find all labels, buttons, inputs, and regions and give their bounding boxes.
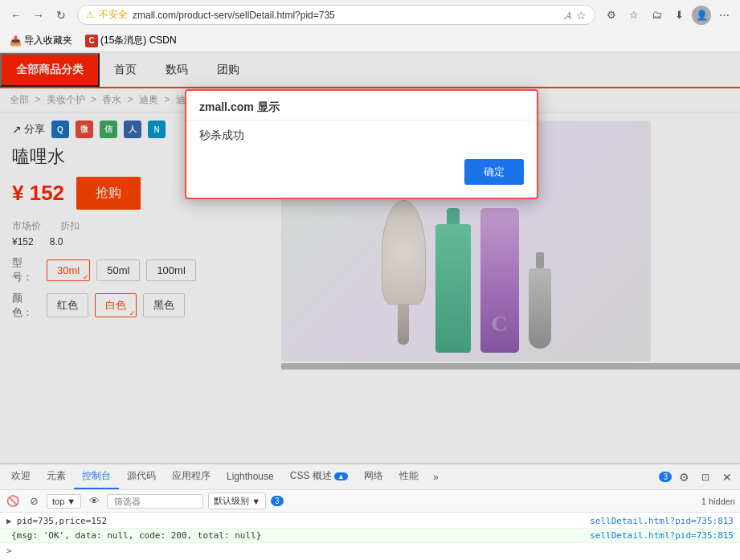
back-button[interactable]: ← bbox=[6, 6, 26, 25]
console-link-1[interactable]: sellDetail.html?pid=735:813 bbox=[590, 516, 734, 526]
reader-icon[interactable]: 𝓐 bbox=[564, 10, 571, 21]
console-top-selector[interactable]: top ▼ bbox=[47, 494, 81, 509]
nav-buttons: ← → ↻ bbox=[6, 6, 71, 25]
level-dropdown-arrow: ▼ bbox=[251, 497, 260, 506]
devtools-tab-css[interactable]: CSS 概述 ▲ bbox=[282, 464, 356, 489]
level-label: 默认级别 bbox=[214, 495, 249, 507]
console-arrow-1: ▶ bbox=[6, 516, 12, 526]
devtools-console: ▶ pid=735,price=152 sellDetail.html?pid=… bbox=[0, 513, 740, 560]
console-text-1: pid=735,price=152 bbox=[17, 516, 108, 526]
downloads-button[interactable]: ⬇ bbox=[669, 6, 689, 25]
forward-button[interactable]: → bbox=[29, 6, 48, 25]
toolbar-icons: ⚙ ☆ 🗂 ⬇ 👤 ⋯ bbox=[602, 6, 734, 25]
profile-button[interactable]: 👤 bbox=[692, 6, 711, 25]
devtools-tab-welcome[interactable]: 欢迎 bbox=[3, 464, 39, 489]
dialog-title-bar: zmall.com 显示 bbox=[186, 91, 537, 121]
devtools-dock-button[interactable]: ⊡ bbox=[696, 468, 715, 487]
devtools-tab-lighthouse[interactable]: Lighthouse bbox=[219, 466, 282, 488]
address-bar[interactable]: ⚠ 不安全 zmall.com/product-serv/sellDetail.… bbox=[77, 5, 595, 25]
dialog-overlay: zmall.com 显示 秒杀成功 确定 bbox=[0, 53, 740, 463]
console-text-2: {msg: 'OK', data: null, code: 200, total… bbox=[11, 530, 261, 541]
devtools-tab-performance[interactable]: 性能 bbox=[391, 464, 427, 489]
extensions-button[interactable]: ⚙ bbox=[602, 6, 621, 25]
top-dropdown-arrow: ▼ bbox=[67, 497, 76, 506]
dialog-message: 秒杀成功 bbox=[199, 129, 524, 143]
security-icon: ⚠ bbox=[86, 10, 94, 20]
devtools-tabs: 欢迎 元素 控制台 源代码 应用程序 Lighthouse CSS 概述 ▲ 网… bbox=[0, 464, 740, 490]
top-label: top bbox=[52, 497, 64, 506]
console-hidden-count: 1 hidden bbox=[701, 497, 735, 506]
import-icon: 📥 bbox=[10, 35, 22, 47]
bookmark-csdn-label: (15条消息) CSDN bbox=[100, 34, 177, 47]
console-level-badge: 3 bbox=[271, 496, 284, 506]
devtools-tab-elements[interactable]: 元素 bbox=[39, 464, 74, 489]
devtools-right-controls: 3 ⚙ ⊡ ✕ bbox=[656, 468, 737, 487]
page-content: zmall.com 显示 秒杀成功 确定 全部商品分类 首页 数码 团购 全部 … bbox=[0, 53, 740, 463]
browser-chrome: ← → ↻ ⚠ 不安全 zmall.com/product-serv/sellD… bbox=[0, 0, 740, 53]
console-link-2[interactable]: sellDetail.html?pid=735:815 bbox=[590, 530, 734, 541]
bookmark-import-label: 导入收藏夹 bbox=[24, 34, 72, 47]
console-row-2: {msg: 'OK', data: null, code: 200, total… bbox=[0, 529, 740, 543]
menu-button[interactable]: ⋯ bbox=[714, 6, 734, 25]
devtools-toolbar: 🚫 ⊘ top ▼ 👁 默认级别 ▼ 3 1 hidden bbox=[0, 490, 740, 513]
dialog-box: zmall.com 显示 秒杀成功 确定 bbox=[185, 89, 538, 199]
dialog-ok-button[interactable]: 确定 bbox=[464, 159, 524, 185]
dialog-buttons: 确定 bbox=[199, 159, 524, 185]
csdn-icon: C bbox=[85, 35, 98, 47]
favorites-button[interactable]: ☆ bbox=[624, 6, 644, 25]
console-row-1: ▶ pid=735,price=152 sellDetail.html?pid=… bbox=[0, 514, 740, 529]
collections-button[interactable]: 🗂 bbox=[647, 6, 666, 25]
security-text: 不安全 bbox=[99, 8, 128, 22]
console-filter-toggle[interactable]: ⊘ bbox=[26, 493, 42, 509]
devtools-tab-sources[interactable]: 源代码 bbox=[119, 464, 164, 489]
console-prompt: > bbox=[6, 546, 12, 556]
devtools-tab-application[interactable]: 应用程序 bbox=[164, 464, 219, 489]
console-input-row[interactable]: > bbox=[0, 543, 740, 558]
console-error-badge: 3 bbox=[659, 472, 672, 482]
console-clear-button[interactable]: 🚫 bbox=[5, 493, 21, 509]
bookmark-csdn[interactable]: C (15条消息) CSDN bbox=[82, 32, 180, 49]
console-eye-button[interactable]: 👁 bbox=[86, 493, 102, 509]
console-level-select[interactable]: 默认级别 ▼ bbox=[208, 493, 266, 509]
devtools-panel: 欢迎 元素 控制台 源代码 应用程序 Lighthouse CSS 概述 ▲ 网… bbox=[0, 463, 740, 560]
bookmark-import[interactable]: 📥 导入收藏夹 bbox=[6, 32, 76, 49]
reload-button[interactable]: ↻ bbox=[51, 6, 71, 25]
devtools-tab-network[interactable]: 网络 bbox=[356, 464, 391, 489]
devtools-more-button[interactable]: » bbox=[427, 467, 445, 488]
dialog-body: 秒杀成功 确定 bbox=[186, 121, 537, 198]
devtools-tab-console[interactable]: 控制台 bbox=[74, 464, 119, 489]
dialog-title: zmall.com 显示 bbox=[199, 100, 280, 113]
devtools-settings-button[interactable]: ⚙ bbox=[674, 468, 693, 487]
bookmark-star-icon[interactable]: ☆ bbox=[576, 9, 587, 22]
console-filter-input[interactable] bbox=[107, 494, 203, 509]
address-text: zmall.com/product-serv/sellDetail.html?p… bbox=[133, 10, 559, 21]
devtools-close-button[interactable]: ✕ bbox=[718, 468, 737, 487]
bookmarks-bar: 📥 导入收藏夹 C (15条消息) CSDN bbox=[0, 30, 740, 52]
browser-toolbar: ← → ↻ ⚠ 不安全 zmall.com/product-serv/sellD… bbox=[0, 0, 740, 30]
